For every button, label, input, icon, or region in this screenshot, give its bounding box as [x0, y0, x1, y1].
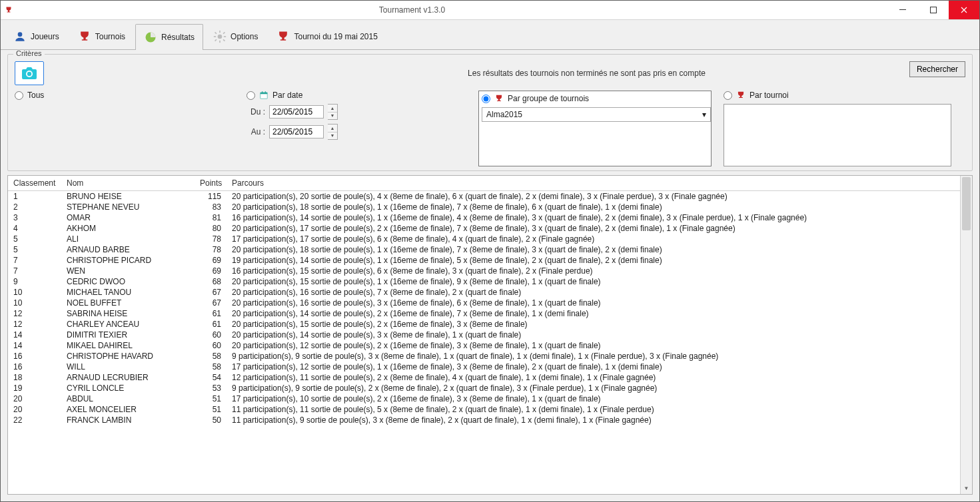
table-row[interactable]: 16WILL5817 participation(s), 12 sortie d… [8, 362, 960, 372]
window-minimize[interactable] [887, 1, 918, 19]
table-row[interactable]: 20ABDUL5117 participation(s), 10 sortie … [8, 393, 960, 404]
table-row[interactable]: 14DIMITRI TEXIER6020 participation(s), 1… [8, 330, 960, 340]
svg-rect-19 [265, 91, 266, 93]
cell-path: 20 participation(s), 12 sortie de poule(… [227, 340, 960, 351]
cell-points: 60 [195, 340, 227, 351]
cell-points: 51 [195, 404, 227, 415]
cell-path: 9 participation(s), 9 sortie de poule(s)… [227, 383, 960, 393]
cell-points: 78 [195, 244, 227, 255]
radio-all[interactable]: Tous [15, 91, 235, 100]
svg-point-15 [27, 72, 31, 76]
table-row[interactable]: 5ALI7817 participation(s), 17 sortie de … [8, 234, 960, 244]
svg-rect-5 [219, 31, 221, 33]
search-button[interactable]: Rechercher [909, 61, 965, 77]
table-row[interactable]: 18ARNAUD LECRUBIER5412 participation(s),… [8, 372, 960, 383]
vertical-scrollbar[interactable]: ▲ ▼ [960, 176, 972, 494]
tab-results-label: Résultats [161, 33, 195, 42]
table-row[interactable]: 2STEPHANE NEVEU8320 participation(s), 18… [8, 202, 960, 212]
svg-point-2 [18, 32, 23, 37]
cell-name: DIMITRI TEXIER [61, 330, 195, 340]
table-row[interactable]: 9CEDRIC DWOO6820 participation(s), 15 so… [8, 276, 960, 287]
tab-options[interactable]: Options [205, 23, 266, 49]
table-row[interactable]: 7WEN6916 participation(s), 15 sortie de … [8, 266, 960, 276]
cell-path: 20 participation(s), 17 sortie de poule(… [227, 223, 960, 234]
chevron-down-icon: ▾ [702, 110, 706, 119]
cell-path: 17 participation(s), 12 sortie de poule(… [227, 362, 960, 372]
tournament-listbox[interactable] [724, 104, 951, 166]
cell-name: CYRIL LONCLE [61, 383, 195, 393]
tabbar: Joueurs Tournois Résultats Options Tourn… [1, 20, 979, 50]
cell-points: 53 [195, 383, 227, 393]
tab-results[interactable]: Résultats [135, 24, 203, 50]
cell-rank: 16 [8, 351, 61, 362]
tab-current-tournament[interactable]: Tournoi du 19 mai 2015 [268, 23, 386, 49]
table-row[interactable]: 12CHARLEY ANCEAU6120 participation(s), 1… [8, 319, 960, 330]
scroll-thumb[interactable] [962, 177, 971, 230]
cell-name: ALI [61, 234, 195, 244]
tab-current-label: Tournoi du 19 mai 2015 [294, 32, 377, 41]
cell-rank: 14 [8, 330, 61, 340]
table-row[interactable]: 7CHRISTOPHE PICARD6919 participation(s),… [8, 255, 960, 266]
date-to-spinner[interactable]: ▲▼ [328, 124, 338, 140]
scroll-down-arrow[interactable]: ▼ [961, 483, 972, 494]
table-row[interactable]: 4AKHOM8020 participation(s), 17 sortie d… [8, 223, 960, 234]
cell-rank: 3 [8, 212, 61, 223]
cell-path: 17 participation(s), 17 sortie de poule(… [227, 234, 960, 244]
table-row[interactable]: 16CHRISTOPHE HAVARD589 participation(s),… [8, 351, 960, 362]
table-row[interactable]: 12SABRINA HEISE6120 participation(s), 14… [8, 308, 960, 319]
radio-by-date[interactable]: Par date [246, 91, 466, 100]
col-name[interactable]: Nom [61, 176, 195, 191]
cell-name: ARNAUD BARBE [61, 244, 195, 255]
cell-path: 20 participation(s), 16 sortie de poule(… [227, 298, 960, 308]
cell-path: 16 participation(s), 14 sortie de poule(… [227, 212, 960, 223]
col-path[interactable]: Parcours [227, 176, 960, 191]
svg-rect-8 [224, 36, 226, 37]
cell-points: 58 [195, 362, 227, 372]
cell-rank: 1 [8, 191, 61, 202]
table-row[interactable]: 14MIKAEL DAHIREL6020 participation(s), 1… [8, 340, 960, 351]
date-to-input[interactable] [269, 125, 324, 138]
cell-name: CHRISTOPHE HAVARD [61, 351, 195, 362]
svg-rect-18 [262, 91, 262, 93]
radio-by-tournament[interactable]: Par tournoi [724, 91, 963, 100]
svg-rect-7 [214, 36, 216, 37]
trophy-icon [494, 94, 504, 103]
table-row[interactable]: 20AXEL MONCELIER5111 participation(s), 1… [8, 404, 960, 415]
cell-name: CHRISTOPHE PICARD [61, 255, 195, 266]
date-from-label: Du : [246, 107, 265, 117]
cell-path: 20 participation(s), 16 sortie de poule(… [227, 287, 960, 298]
table-row[interactable]: 10MICHAEL TANOU6720 participation(s), 16… [8, 287, 960, 298]
table-row[interactable]: 5ARNAUD BARBE7820 participation(s), 18 s… [8, 244, 960, 255]
cell-points: 61 [195, 308, 227, 319]
cell-points: 69 [195, 266, 227, 276]
radio-by-group[interactable]: Par groupe de tournois [482, 94, 708, 103]
tab-options-label: Options [231, 32, 258, 41]
tab-tournaments[interactable]: Tournois [69, 23, 134, 49]
cell-points: 50 [195, 415, 227, 425]
window-close[interactable] [949, 1, 979, 19]
table-row[interactable]: 1BRUNO HEISE11520 participation(s), 20 s… [8, 191, 960, 202]
tab-players-label: Joueurs [31, 32, 59, 41]
table-row[interactable]: 10NOEL BUFFET6720 participation(s), 16 s… [8, 298, 960, 308]
cell-points: 83 [195, 202, 227, 212]
table-row[interactable]: 22FRANCK LAMBIN5011 participation(s), 9 … [8, 415, 960, 425]
screenshot-button[interactable] [15, 61, 44, 85]
svg-rect-1 [931, 7, 937, 13]
cell-rank: 12 [8, 308, 61, 319]
group-combo[interactable]: Alma2015 ▾ [482, 107, 711, 122]
table-row[interactable]: 19CYRIL LONCLE539 participation(s), 9 so… [8, 383, 960, 393]
col-points[interactable]: Points [195, 176, 227, 191]
info-text: Les résultats des tournois non terminés … [468, 69, 706, 78]
date-from-input[interactable] [269, 105, 324, 119]
cell-name: STEPHANE NEVEU [61, 202, 195, 212]
date-from-spinner[interactable]: ▲▼ [328, 104, 338, 120]
trophy-icon [736, 91, 745, 100]
cell-rank: 7 [8, 266, 61, 276]
tab-players[interactable]: Joueurs [5, 23, 68, 49]
cell-name: FRANCK LAMBIN [61, 415, 195, 425]
window-maximize[interactable] [918, 1, 949, 19]
table-row[interactable]: 3OMAR8116 participation(s), 14 sortie de… [8, 212, 960, 223]
cell-path: 20 participation(s), 15 sortie de poule(… [227, 319, 960, 330]
col-rank[interactable]: Classement [8, 176, 61, 191]
cell-name: SABRINA HEISE [61, 308, 195, 319]
